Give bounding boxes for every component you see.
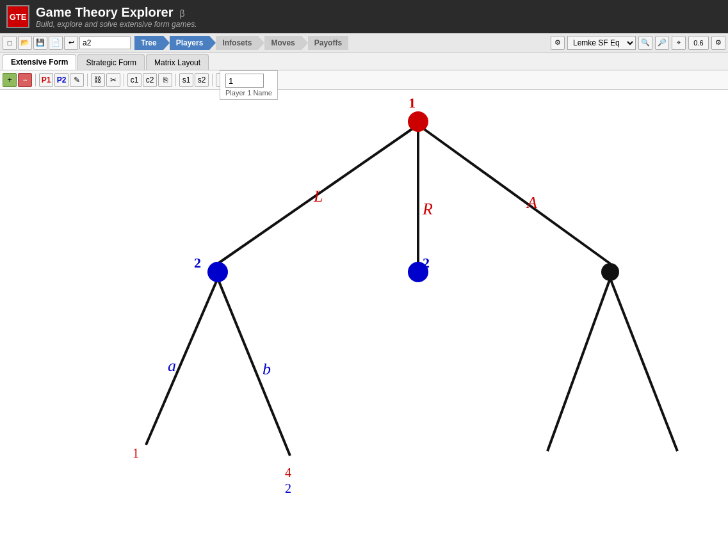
edit-button[interactable]: ✎ — [70, 73, 84, 87]
tooltip-input[interactable]: 1 — [225, 74, 264, 88]
tab-matrix-layout[interactable]: Matrix Layout — [146, 54, 209, 70]
breadcrumb-infosets[interactable]: Infosets — [216, 36, 258, 50]
save-button[interactable]: 💾 — [33, 36, 47, 50]
zoom-value-display: 0.6 — [688, 36, 709, 50]
app-logo: GTE — [6, 5, 29, 28]
node-left[interactable] — [207, 262, 228, 282]
settings-button[interactable]: ⚙ — [711, 36, 725, 50]
game-canvas[interactable]: L R A a b 1 2 2 4 2 1 — [0, 90, 728, 560]
paste-button[interactable]: ⎘ — [158, 73, 172, 87]
divider-4 — [175, 74, 176, 86]
player1-button[interactable]: P1 — [39, 73, 53, 87]
payoff-leaf2-1: 4 — [285, 465, 291, 479]
zoom-in-button[interactable]: 🔎 — [655, 36, 669, 50]
divider-1 — [35, 74, 36, 86]
tooltip-label: Player 1 Name — [225, 89, 272, 97]
edit-toolbar: + − P1 P2 ✎ ⛓ ✂ c1 c2 ⎘ s1 s2 ⋮ ||| 🌲 — [0, 70, 728, 90]
move-label-R: R — [422, 200, 433, 218]
saveas-button[interactable]: 📄 — [49, 36, 63, 50]
edge-left-a — [146, 278, 218, 445]
bc-arrow-3 — [258, 36, 264, 50]
bc-arrow-1 — [163, 36, 170, 50]
breadcrumb-players[interactable]: Players — [170, 36, 210, 50]
solver-area: ⚙ Lemke SF Eq Support Enum LCP LP 🔍 🔎 ⌖ … — [551, 36, 725, 50]
add-node-button[interactable]: + — [3, 73, 17, 87]
breadcrumb-payoffs[interactable]: Payoffs — [308, 36, 348, 50]
app-subtitle: Build, explore and solve extensive form … — [36, 20, 197, 29]
seq2-button[interactable]: s2 — [195, 73, 209, 87]
tab-extensive-form[interactable]: Extensive Form — [3, 54, 76, 70]
edge-root-a — [418, 125, 610, 264]
divider-2 — [87, 74, 88, 86]
node-label-left: 2 — [194, 255, 201, 271]
payoff-leaf2-2: 2 — [285, 481, 291, 495]
move-label-a: a — [168, 356, 176, 375]
divider-3 — [124, 74, 124, 86]
edge-chance-right — [610, 278, 677, 451]
remove-node-button[interactable]: − — [18, 73, 32, 87]
tabbar: Extensive Form Strategic Form Matrix Lay… — [0, 52, 728, 70]
tooltip-popup: 1 Player 1 Name — [220, 70, 278, 100]
link-button[interactable]: ⛓ — [91, 73, 105, 87]
breadcrumb-moves[interactable]: Moves — [264, 36, 301, 50]
node-label-right: 2 — [423, 255, 430, 271]
unlink-button[interactable]: ✂ — [106, 73, 120, 87]
node-chance[interactable] — [601, 263, 619, 281]
toolbar: □ 📂 💾 📄 ↩ a2 Tree Players Infosets Moves… — [0, 33, 728, 52]
edge-chance-left — [547, 278, 610, 451]
edge-left-b — [218, 278, 290, 456]
app-beta: β — [180, 8, 185, 19]
breadcrumb-tree[interactable]: Tree — [134, 36, 163, 50]
divider-5 — [212, 74, 213, 86]
solver-select[interactable]: Lemke SF Eq Support Enum LCP LP — [567, 36, 636, 50]
move-label-A: A — [526, 193, 537, 212]
bc-arrow-2 — [209, 36, 216, 50]
titlebar: GTE Game Theory Explorer β Build, explor… — [0, 0, 728, 33]
node-label-root: 1 — [408, 95, 416, 111]
copy1-button[interactable]: c1 — [127, 73, 142, 87]
breadcrumb: Tree Players Infosets Moves Payoffs — [134, 36, 348, 50]
move-label-L: L — [313, 187, 323, 205]
solver-icon: ⚙ — [551, 36, 565, 50]
zoom-fit-button[interactable]: ⌖ — [672, 36, 686, 50]
zoom-out-button[interactable]: 🔍 — [638, 36, 652, 50]
undo-button[interactable]: ↩ — [64, 36, 78, 50]
filename-input[interactable]: a2 — [79, 36, 131, 49]
copy2-button[interactable]: c2 — [143, 73, 157, 87]
move-label-b: b — [263, 360, 271, 378]
game-tree-svg: L R A a b 1 2 2 4 2 1 — [0, 90, 728, 560]
seq1-button[interactable]: s1 — [179, 73, 193, 87]
bc-arrow-4 — [302, 36, 308, 50]
node-root[interactable] — [408, 111, 428, 132]
new-button[interactable]: □ — [3, 36, 17, 50]
tab-strategic-form[interactable]: Strategic Form — [77, 54, 145, 70]
player2-button[interactable]: P2 — [54, 73, 69, 87]
open-button[interactable]: 📂 — [18, 36, 32, 50]
payoff-leaf1-1: 1 — [133, 446, 139, 460]
app-title: Game Theory Explorer — [36, 5, 174, 20]
